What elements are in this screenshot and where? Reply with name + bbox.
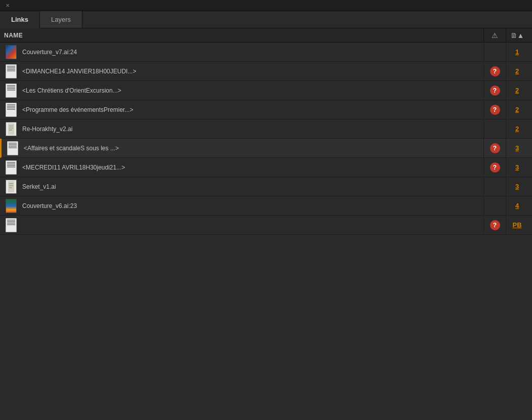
row-thumbnail <box>4 198 18 214</box>
warning-badge: ? <box>490 86 500 96</box>
row-warning-cell <box>483 119 506 139</box>
row-page-cell[interactable]: 3 <box>506 158 528 177</box>
page-doc-icon: 🗎▲ <box>510 31 524 39</box>
row-thumbnail <box>4 45 18 60</box>
table-row[interactable]: <Affaires et scandaleS sous les ...> ? 3 <box>0 139 532 158</box>
serket-thumb <box>6 122 17 136</box>
row-page-cell[interactable]: 2 <box>506 100 528 119</box>
row-page-cell[interactable]: 3 <box>506 177 528 196</box>
row-filename: <Les Chrétiens d'OrientExcursion...> <box>22 87 483 94</box>
warning-badge: ? <box>490 143 500 153</box>
row-page-cell[interactable]: 3 <box>506 139 528 158</box>
table-row[interactable]: ? PB <box>0 216 532 235</box>
table-header: Name ⚠ 🗎▲ <box>0 28 532 43</box>
page-column-header: 🗎▲ <box>506 28 528 43</box>
warning-column-header: ⚠ <box>483 28 506 43</box>
row-thumbnail <box>4 160 18 175</box>
row-page-cell[interactable]: 4 <box>506 196 528 216</box>
table-row[interactable]: Serket_v1.ai 3 <box>0 177 532 196</box>
table-row[interactable]: <DIMANCHE14 JANVIER18H00JEUDI...> ? 2 <box>0 62 532 81</box>
svg-rect-4 <box>10 125 13 129</box>
row-filename: <DIMANCHE14 JANVIER18H00JEUDI...> <box>22 68 483 75</box>
row-warning-cell: ? <box>483 81 506 100</box>
row-page-cell[interactable]: PB <box>506 216 528 235</box>
row-warning-cell: ? <box>483 216 506 235</box>
row-thumbnail <box>4 121 18 137</box>
row-page-cell[interactable]: 2 <box>506 81 528 100</box>
warning-badge: ? <box>490 66 500 76</box>
warning-badge: ? <box>490 162 500 173</box>
row-warning-cell <box>483 43 506 62</box>
row-thumbnail <box>6 141 20 156</box>
row-thumbnail <box>4 83 18 98</box>
row-warning-cell: ? <box>483 139 506 158</box>
couverture6-thumb <box>6 199 17 213</box>
row-page-cell[interactable]: 1 <box>506 43 528 62</box>
tab-layers[interactable]: Layers <box>40 11 82 28</box>
header-icons: ⚠ 🗎▲ <box>483 28 528 43</box>
table-row[interactable]: Couverture_v7.ai:24 1 <box>0 43 532 62</box>
tabs-row: Links Layers <box>0 11 532 28</box>
table-row[interactable]: Couverture_v6.ai:23 4 <box>0 196 532 216</box>
row-page-cell[interactable]: 2 <box>506 119 528 139</box>
row-filename: Couverture_v6.ai:23 <box>22 202 483 209</box>
row-page-cell[interactable]: 2 <box>506 62 528 81</box>
warning-badge: ? <box>490 105 500 115</box>
row-filename: <MECREDI11 AVRIL18H30jeudi21...> <box>22 164 483 171</box>
row-warning-cell: ? <box>483 62 506 81</box>
warning-triangle-icon: ⚠ <box>492 31 498 39</box>
table-row[interactable]: Re-Horakhty_v2.ai 2 <box>0 119 532 139</box>
row-filename: <Programme des événementsPremier...> <box>22 106 483 113</box>
title-bar: × <box>0 0 532 11</box>
svg-rect-5 <box>8 181 14 192</box>
row-warning-cell <box>483 196 506 216</box>
table-row[interactable]: <Programme des événementsPremier...> ? 2 <box>0 100 532 119</box>
close-button[interactable]: × <box>4 2 11 9</box>
warning-badge: ? <box>490 220 500 230</box>
links-panel: × Links Layers Name ⚠ 🗎▲ Couverture_v7.a <box>0 0 532 420</box>
name-column-header: Name <box>4 32 483 39</box>
row-thumbnail <box>4 218 18 233</box>
row-filename: Serket_v1.ai <box>22 183 483 190</box>
doc-thumb <box>7 141 18 155</box>
row-warning-cell <box>483 177 506 196</box>
row-filename: Couverture_v7.ai:24 <box>22 49 483 56</box>
row-filename: Re-Horakhty_v2.ai <box>22 125 483 133</box>
row-warning-cell: ? <box>483 158 506 177</box>
doc-thumb <box>6 83 17 98</box>
table-body: Couverture_v7.ai:24 1 <DIMANCHE14 JANVIE… <box>0 43 532 420</box>
doc-thumb <box>6 160 17 175</box>
row-thumbnail <box>4 64 18 79</box>
table-row[interactable]: <Les Chrétiens d'OrientExcursion...> ? 2 <box>0 81 532 100</box>
tab-links[interactable]: Links <box>0 11 40 28</box>
row-filename: <Affaires et scandaleS sous les ...> <box>24 145 483 152</box>
doc-thumb <box>6 103 17 117</box>
doc-thumb <box>6 64 17 78</box>
table-row[interactable]: <MECREDI11 AVRIL18H30jeudi21...> ? 3 <box>0 158 532 177</box>
couverture7-thumb <box>6 45 17 59</box>
row-thumbnail <box>4 102 18 117</box>
serket-thumb <box>6 180 17 194</box>
doc-thumb <box>6 218 17 232</box>
row-thumbnail <box>4 179 18 194</box>
row-warning-cell: ? <box>483 100 506 119</box>
